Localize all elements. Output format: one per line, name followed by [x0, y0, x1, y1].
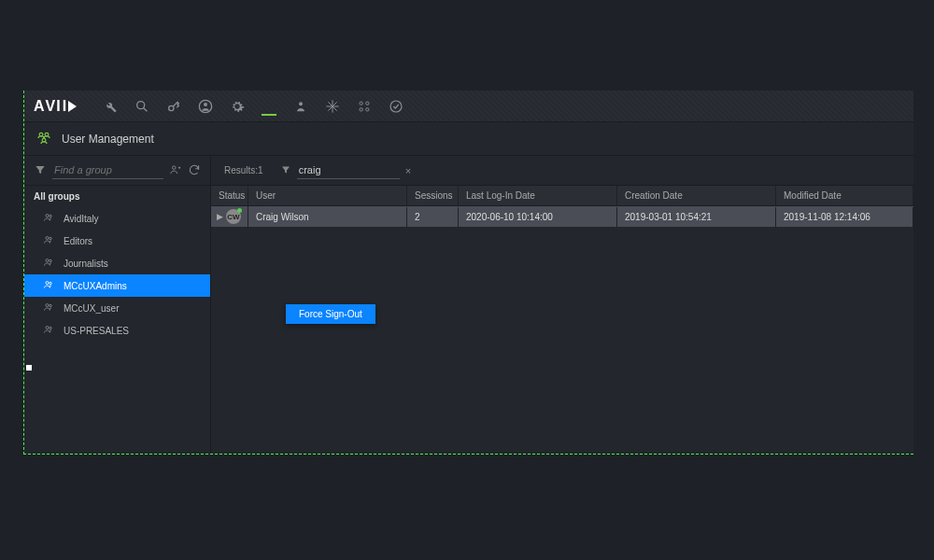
- cell-modified: 2019-11-08 12:14:06: [776, 207, 913, 227]
- apps-icon[interactable]: [357, 99, 372, 114]
- snowflake-icon[interactable]: [325, 99, 340, 114]
- results-count: Results:1: [224, 165, 263, 175]
- cell-creation: 2019-03-01 10:54:21: [617, 207, 776, 227]
- top-toolbar: AVII: [24, 91, 913, 122]
- user-filter-input[interactable]: [297, 161, 400, 179]
- page-header: User Management: [24, 122, 913, 156]
- svg-point-2: [169, 105, 174, 110]
- users-group-icon: [35, 130, 52, 148]
- group-label: Journalists: [64, 259, 108, 269]
- svg-point-33: [50, 327, 52, 329]
- svg-point-4: [204, 103, 207, 106]
- col-user[interactable]: User: [248, 186, 407, 205]
- cell-user: Craig Wilson: [248, 207, 407, 227]
- svg-point-28: [46, 282, 49, 285]
- profile-icon[interactable]: [293, 99, 308, 114]
- svg-point-23: [50, 215, 52, 217]
- svg-point-17: [390, 101, 402, 112]
- online-status-icon: [237, 208, 242, 213]
- all-groups-label[interactable]: All groups: [24, 186, 210, 207]
- group-icon: [43, 212, 54, 225]
- refresh-icon[interactable]: [188, 163, 201, 178]
- avatar: CW: [226, 209, 241, 224]
- avid-logo: AVII: [34, 98, 77, 115]
- svg-point-0: [137, 101, 145, 108]
- group-icon: [43, 234, 54, 247]
- svg-point-26: [46, 259, 49, 262]
- svg-point-8: [299, 102, 303, 105]
- group-search-input[interactable]: [52, 161, 163, 179]
- svg-point-16: [366, 107, 369, 110]
- page-title: User Management: [62, 133, 154, 146]
- group-label: Editors: [64, 236, 92, 246]
- svg-point-25: [50, 237, 52, 240]
- sidebar: All groups AvidItalyEditorsJournalistsMC…: [24, 156, 211, 454]
- key-icon[interactable]: [166, 99, 181, 114]
- expand-icon[interactable]: ▶: [217, 212, 223, 221]
- group-label: MCcUXAdmins: [64, 281, 127, 291]
- sidebar-item[interactable]: US-PRESALES: [24, 319, 210, 342]
- group-label: US-PRESALES: [64, 326, 129, 336]
- col-sessions[interactable]: Sessions: [407, 186, 459, 205]
- clear-filter-icon[interactable]: ×: [405, 165, 411, 176]
- svg-point-24: [46, 237, 49, 240]
- col-creation[interactable]: Creation Date: [617, 186, 776, 205]
- group-icon: [43, 279, 54, 292]
- sidebar-item[interactable]: Journalists: [24, 252, 210, 274]
- user-circle-icon[interactable]: [198, 99, 213, 114]
- col-modified[interactable]: Modified Date: [776, 186, 913, 205]
- search-icon[interactable]: [134, 99, 149, 114]
- svg-point-32: [46, 327, 49, 329]
- sidebar-item[interactable]: MCcUX_user: [24, 297, 210, 319]
- svg-point-27: [50, 259, 52, 262]
- sidebar-item[interactable]: AvidItaly: [24, 207, 210, 230]
- check-circle-icon[interactable]: [389, 99, 403, 114]
- app-window: AVII User Management All groups AvidItal…: [23, 91, 913, 455]
- col-last-login[interactable]: Last Log-In Date: [459, 186, 617, 205]
- group-icon: [43, 257, 54, 270]
- svg-point-22: [46, 215, 49, 217]
- sidebar-item[interactable]: Editors: [24, 230, 210, 252]
- group-label: AvidItaly: [64, 214, 99, 224]
- sidebar-item[interactable]: MCcUXAdmins: [24, 274, 210, 297]
- cell-sessions: 2: [407, 207, 459, 227]
- gear-icon[interactable]: [230, 99, 245, 114]
- wrench-icon[interactable]: [103, 99, 118, 114]
- table-header: Status User Sessions Last Log-In Date Cr…: [211, 186, 913, 206]
- add-group-icon[interactable]: [169, 163, 182, 178]
- table-row[interactable]: ▶CWCraig Wilson22020-06-10 10:14:002019-…: [211, 206, 913, 227]
- svg-point-21: [173, 165, 177, 169]
- svg-point-14: [366, 102, 369, 105]
- user-management-icon[interactable]: [262, 99, 276, 116]
- svg-point-13: [360, 102, 362, 105]
- group-icon: [43, 324, 54, 337]
- selection-handle: [26, 365, 32, 371]
- filter-icon: [280, 164, 291, 177]
- col-status[interactable]: Status: [211, 186, 248, 205]
- svg-point-29: [50, 282, 52, 285]
- context-menu-force-signout[interactable]: Force Sign-Out: [286, 304, 375, 324]
- svg-line-1: [144, 107, 148, 111]
- svg-point-15: [360, 107, 362, 110]
- svg-point-31: [50, 304, 52, 307]
- filter-icon: [34, 163, 47, 178]
- group-icon: [43, 301, 54, 315]
- group-label: MCcUX_user: [64, 303, 119, 314]
- cell-last-login: 2020-06-10 10:14:00: [459, 207, 617, 227]
- svg-point-30: [46, 304, 49, 307]
